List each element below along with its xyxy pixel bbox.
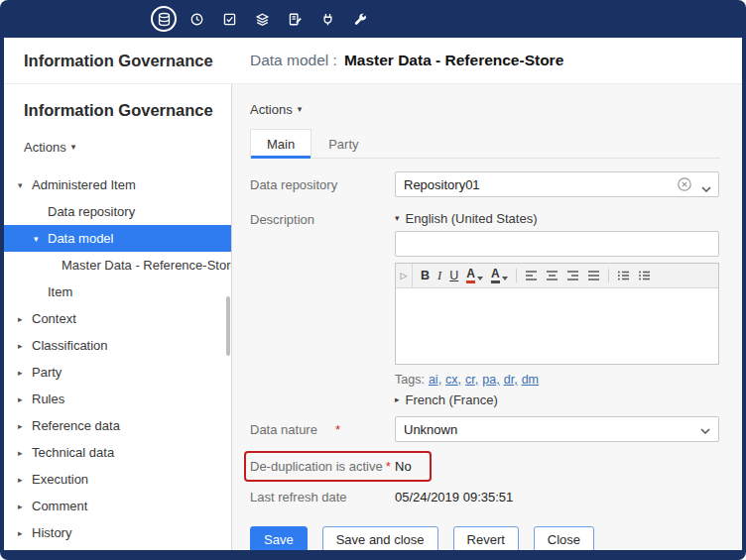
caret-right-icon[interactable]: ▸ xyxy=(18,394,32,404)
page-name: Master Data - Reference-Store xyxy=(344,52,563,69)
align-left-icon[interactable] xyxy=(525,270,538,281)
main-panel: Actions ▾ Main Party Data repository xyxy=(232,84,742,550)
page-context: Data model : xyxy=(250,52,337,69)
revert-button[interactable]: Revert xyxy=(453,526,519,550)
record-form: Data repository xyxy=(250,171,742,550)
caret-right-icon[interactable]: ▸ xyxy=(18,368,32,378)
chevron-down-icon[interactable] xyxy=(701,180,711,195)
field-label-deduplication: De-duplication is active* xyxy=(250,459,395,474)
caret-right-icon[interactable]: ▸ xyxy=(18,475,32,485)
editor-toolbar: ▷ B I U A A xyxy=(396,264,718,288)
align-justify-icon[interactable] xyxy=(587,270,600,281)
form-row-last-refresh-date: Last refresh date 05/24/2019 09:35:51 xyxy=(250,490,742,504)
sidebar-title: Information Governance xyxy=(4,84,231,120)
tree-item-comment[interactable]: ▸ Comment xyxy=(4,493,231,519)
tree-item-reference-data[interactable]: ▸ Reference data xyxy=(4,412,231,439)
tag-link[interactable]: pa xyxy=(482,373,499,387)
underline-button[interactable]: U xyxy=(449,270,458,282)
caret-right-icon[interactable]: ▸ xyxy=(18,502,32,511)
caret-right-icon[interactable]: ▸ xyxy=(18,341,32,351)
dataspace-icon[interactable] xyxy=(249,6,275,32)
caret-right-icon[interactable]: ▸ xyxy=(18,528,32,538)
tree-item-label: Data model xyxy=(48,231,113,246)
locale-toggle-french[interactable]: ▸ French (France) xyxy=(395,392,719,407)
tree-item-label: Master Data - Reference-Store xyxy=(62,258,232,273)
tree-item-classification[interactable]: ▸ Classification xyxy=(4,332,231,359)
sidebar: Information Governance Actions ▾ ▾ Admin… xyxy=(4,84,232,550)
close-button[interactable]: Close xyxy=(534,526,594,550)
align-right-icon[interactable] xyxy=(566,270,579,281)
checklist-icon[interactable] xyxy=(216,6,242,32)
tree-item-data-model[interactable]: ▾ Data model xyxy=(4,225,231,252)
top-toolbar xyxy=(0,0,746,38)
font-color-button[interactable]: A xyxy=(466,268,483,283)
bullet-list-icon[interactable] xyxy=(638,270,651,281)
tab-main[interactable]: Main xyxy=(250,129,311,158)
highlight-color-letter: A xyxy=(491,268,500,283)
sidebar-scrollbar[interactable] xyxy=(226,296,230,356)
tree-item-label: Context xyxy=(32,311,76,326)
tab-party[interactable]: Party xyxy=(311,129,375,158)
save-button[interactable]: Save xyxy=(250,526,308,550)
numbered-list-icon[interactable] xyxy=(617,270,630,281)
data-repository-input[interactable] xyxy=(395,171,719,197)
tag-link[interactable]: cr xyxy=(465,373,478,387)
description-english-input[interactable] xyxy=(395,231,719,257)
tag-link[interactable]: dm xyxy=(522,373,539,387)
clear-icon[interactable] xyxy=(677,176,692,192)
page-title: Data model : Master Data - Reference-Sto… xyxy=(232,52,563,69)
tree-item-label: Party xyxy=(32,365,62,380)
tree-item-technical-data[interactable]: ▸ Technical data xyxy=(4,439,231,466)
clock-icon[interactable] xyxy=(184,6,209,32)
data-nature-select[interactable]: Unknown xyxy=(395,416,719,442)
caret-right-icon[interactable]: ▸ xyxy=(18,448,32,458)
tab-label: Main xyxy=(267,137,295,152)
main-actions-dropdown[interactable]: Actions ▾ xyxy=(250,102,302,117)
edit-form-icon[interactable] xyxy=(282,6,308,32)
tree-item-execution[interactable]: ▸ Execution xyxy=(4,466,231,493)
tree-item-data-repository[interactable]: Data repository xyxy=(4,198,231,225)
locale-label-english: English (United States) xyxy=(406,211,538,226)
caret-down-icon: ▾ xyxy=(298,105,303,114)
description-richtext-area[interactable] xyxy=(396,288,718,364)
tree-item-master-data-reference-store[interactable]: Master Data - Reference-Store xyxy=(4,252,231,279)
tree-item-history[interactable]: ▸ History xyxy=(4,519,231,546)
align-center-icon[interactable] xyxy=(546,270,559,281)
tag-link[interactable]: cx xyxy=(445,373,461,387)
bold-button[interactable]: B xyxy=(421,270,430,282)
highlight-color-button[interactable]: A xyxy=(491,268,508,283)
caret-down-icon[interactable]: ▾ xyxy=(18,180,32,190)
editor-expand-icon[interactable]: ▷ xyxy=(396,264,413,287)
tree-item-label: Data repository xyxy=(48,204,135,219)
app-title: Information Governance xyxy=(4,52,232,70)
toolbar-separator xyxy=(516,269,517,282)
required-marker: * xyxy=(386,459,391,474)
caret-down-icon[interactable]: ▾ xyxy=(34,234,48,244)
wrench-icon[interactable] xyxy=(347,6,373,32)
form-row-data-nature: Data nature* Unknown xyxy=(250,416,742,442)
data-repository-combo[interactable] xyxy=(395,171,719,197)
tree-item-label: Execution xyxy=(32,472,88,487)
tree-item-label: Reference data xyxy=(32,418,120,433)
plug-icon[interactable] xyxy=(314,6,340,32)
tree-item-administered-item[interactable]: ▾ Administered Item xyxy=(4,171,231,198)
database-icon[interactable] xyxy=(151,6,177,32)
tree-item-context[interactable]: ▸ Context xyxy=(4,305,231,332)
navigation-tree: ▾ Administered Item Data repository ▾ Da… xyxy=(4,171,231,546)
caret-right-icon[interactable]: ▸ xyxy=(18,314,32,324)
save-and-close-button[interactable]: Save and close xyxy=(322,526,438,550)
tree-item-party[interactable]: ▸ Party xyxy=(4,359,231,386)
tree-item-rules[interactable]: ▸ Rules xyxy=(4,386,231,412)
locale-toggle-english[interactable]: ▾ English (United States) xyxy=(395,211,719,226)
tag-link[interactable]: dr xyxy=(504,373,518,387)
tree-item-item[interactable]: Item xyxy=(4,279,231,305)
field-label-text: De-duplication is active xyxy=(250,459,383,474)
tags-line: Tags: ai cx cr pa dr dm xyxy=(395,373,719,387)
caret-right-icon[interactable]: ▸ xyxy=(18,421,32,431)
tree-item-label: Comment xyxy=(32,499,87,513)
sidebar-actions-dropdown[interactable]: Actions ▾ xyxy=(24,140,75,155)
rich-text-editor: ▷ B I U A A xyxy=(395,263,719,365)
italic-button[interactable]: I xyxy=(437,270,441,282)
form-row-description: Description ▾ English (United States) ▷ … xyxy=(250,206,742,407)
tag-link[interactable]: ai xyxy=(429,373,441,387)
